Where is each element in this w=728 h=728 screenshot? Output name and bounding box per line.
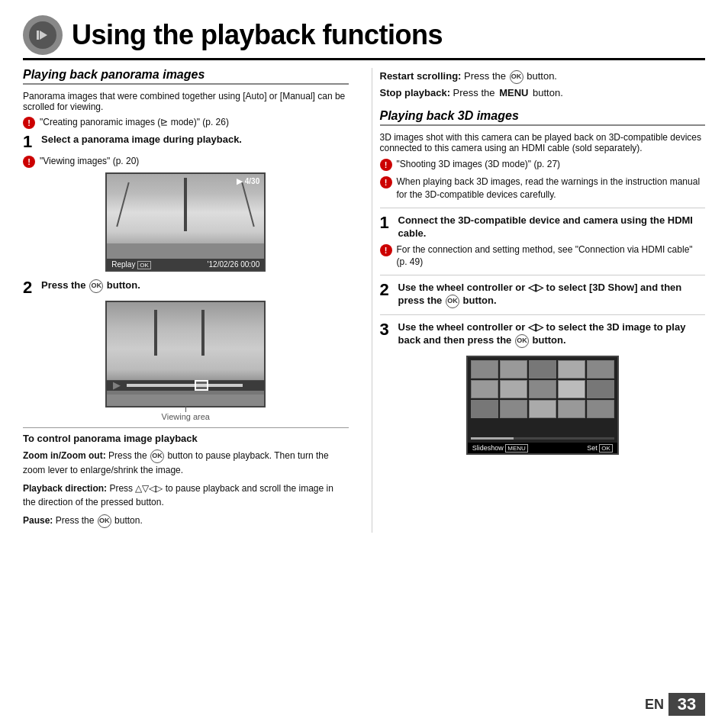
left-note1-text: "Creating panoramic images (⊵ mode)" (p.… — [40, 116, 229, 129]
zoom-ok: OK — [150, 449, 164, 463]
divider-1 — [380, 208, 706, 208]
timeline-track — [127, 384, 243, 387]
bridge-image-1 — [107, 174, 264, 270]
icon-inner — [29, 21, 56, 49]
3d-step1-number: 1 — [380, 214, 394, 231]
zoom-text: Zoom in/Zoom out: Press the OK button to… — [23, 449, 349, 477]
3d-step2-number: 2 — [380, 282, 394, 298]
restart-stop-section: Restart scrolling: Press the OK button. … — [380, 68, 706, 101]
restart-row: Restart scrolling: Press the OK button. — [380, 68, 706, 85]
note-icon-1: ! — [23, 117, 35, 129]
thumb-7 — [500, 380, 527, 398]
3d-step2-ok: OK — [446, 295, 459, 308]
screen-badge: ▶ 4/30 — [237, 177, 259, 185]
restart-label: Restart scrolling: — [380, 70, 462, 82]
thumb-grid — [468, 357, 617, 432]
right-note1-text: "Shooting 3D images (3D mode)" (p. 27) — [397, 158, 561, 171]
camera-screen-1: ▶ 4/30 Replay OK '12/02/26 00:00 — [105, 172, 266, 272]
divider-2 — [380, 275, 706, 275]
playback-icon — [23, 15, 63, 55]
thumb-12 — [500, 400, 527, 418]
bridge-cable-right — [242, 182, 255, 227]
3d-step3-number: 3 — [380, 321, 394, 338]
thumb-9 — [558, 380, 585, 398]
3d-step1-row: 1 Connect the 3D-compatible device and c… — [380, 214, 706, 240]
screen1-date: '12/02/26 00:00 — [208, 260, 260, 269]
stop-label: Stop playback: — [380, 87, 450, 98]
screen1-bottom-bar: Replay OK '12/02/26 00:00 — [107, 259, 264, 270]
svg-marker-0 — [40, 31, 47, 40]
stop-menu: MENU — [499, 87, 528, 98]
page-header: Using the playback functions — [23, 15, 705, 60]
note-icon-r1: ! — [380, 159, 392, 171]
timeline-thumb — [195, 380, 208, 391]
step1-text: Select a panorama image during playback. — [41, 134, 242, 147]
step2-text: Press the OK button. — [41, 279, 140, 293]
left-section-heading: Playing back panorama images — [23, 68, 349, 85]
stop-row: Stop playback: Press the MENU button. — [380, 85, 706, 101]
step2-ok-circle: OK — [89, 279, 103, 293]
left-column: Playing back panorama images Panorama im… — [23, 68, 356, 533]
thumb-1 — [471, 360, 498, 378]
bridge-road — [107, 243, 264, 259]
svg-rect-1 — [37, 31, 39, 40]
thumb-5 — [587, 360, 614, 378]
slideshow-menu: MENU — [505, 444, 528, 453]
3d-step2-text: Use the wheel controller or ◁▷ to select… — [398, 282, 706, 308]
right-note2-text: When playing back 3D images, read the wa… — [397, 176, 706, 201]
thumb-11 — [471, 400, 498, 418]
3d-step3-row: 3 Use the wheel controller or ◁▷ to sele… — [380, 321, 706, 348]
screen1-replay-label: Replay OK — [111, 260, 150, 269]
step1-row: 1 Select a panorama image during playbac… — [23, 134, 349, 150]
3d-step1-note-row: ! For the connection and setting method,… — [380, 243, 706, 269]
viewing-area-label: Viewing area — [23, 412, 349, 421]
divider-3 — [380, 314, 706, 315]
control-heading: To control panorama image playback — [23, 433, 349, 444]
progress-fill — [471, 437, 514, 440]
restart-ok: OK — [510, 70, 523, 84]
step2-row: 2 Press the OK button. — [23, 279, 349, 296]
set-ok: OK — [599, 444, 613, 453]
thumb-10 — [587, 380, 614, 398]
set-label: Set OK — [587, 444, 613, 452]
timeline-bar — [107, 380, 264, 391]
thumb-8 — [529, 380, 556, 398]
thumb-3 — [529, 360, 556, 378]
thumb-4 — [558, 360, 585, 378]
3d-step1-note-text: For the connection and setting method, s… — [397, 243, 706, 269]
thumb-2 — [500, 360, 527, 378]
step1-note-row: ! "Viewing images" (p. 20) — [23, 155, 349, 168]
right-note1-row: ! "Shooting 3D images (3D mode)" (p. 27) — [380, 158, 706, 171]
zoom-label: Zoom in/Zoom out: — [23, 450, 106, 461]
intro-text: Panorama images that were combined toget… — [23, 91, 349, 112]
en-label: EN — [645, 697, 664, 713]
note-icon-3d-step1: ! — [380, 244, 392, 256]
thumb-6 — [471, 380, 498, 398]
right-note2-row: ! When playing back 3D images, read the … — [380, 176, 706, 201]
bridge-tower — [184, 178, 187, 231]
left-note1-row: ! "Creating panoramic images (⊵ mode)" (… — [23, 116, 349, 129]
slideshow-label: Slideshow MENU — [472, 444, 528, 452]
progress-bar — [471, 437, 614, 440]
direction-text: Playback direction: Press △▽◁▷ to pause … — [23, 482, 349, 509]
pause-ok: OK — [98, 514, 111, 528]
step1-note-text: "Viewing images" (p. 20) — [40, 155, 139, 168]
thumbnails-screen: Slideshow MENU Set OK — [466, 356, 619, 455]
note-icon-step1: ! — [23, 156, 35, 168]
content-columns: Playing back panorama images Panorama im… — [23, 68, 705, 533]
thumb-14 — [558, 400, 585, 418]
page-title: Using the playback functions — [72, 19, 443, 51]
page-footer: EN 33 — [645, 693, 705, 716]
direction-label: Playback direction: — [23, 483, 107, 494]
step2-number: 2 — [23, 279, 37, 296]
3d-step3-ok: OK — [515, 334, 529, 348]
bridge-cable-left — [117, 182, 130, 227]
control-text: Zoom in/Zoom out: Press the OK button to… — [23, 449, 349, 528]
3d-step1-text: Connect the 3D-compatible device and cam… — [398, 214, 706, 240]
3d-intro-text: 3D images shot with this camera can be p… — [380, 132, 706, 153]
pause-text: Pause: Press the OK button. — [23, 514, 349, 528]
right-section-heading: Playing back 3D images — [380, 109, 706, 126]
3d-step2-row: 2 Use the wheel controller or ◁▷ to sele… — [380, 282, 706, 308]
thumb-15 — [587, 400, 614, 418]
thumb-bottom-bar: Slideshow MENU Set OK — [468, 443, 617, 453]
